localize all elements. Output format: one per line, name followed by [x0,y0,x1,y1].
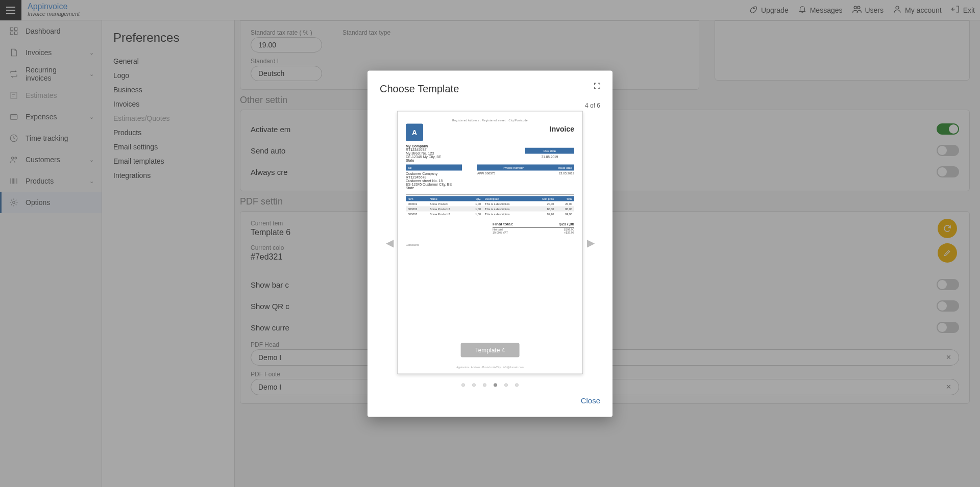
next-arrow[interactable]: ▶ [583,235,598,250]
close-button[interactable]: Close [380,396,600,404]
fullscreen-icon[interactable] [593,82,601,92]
template-badge: Template 4 [461,343,520,357]
dot-1[interactable] [461,383,465,387]
template-preview[interactable]: Registered Address : Registered street :… [397,111,583,374]
dot-3[interactable] [483,383,486,387]
choose-template-modal: Choose Template 4 of 6 ◀ Registered Addr… [368,70,612,417]
preview-logo: A [406,123,423,141]
modal-counter: 4 of 6 [380,101,600,109]
dot-6[interactable] [515,383,519,387]
dot-4[interactable] [494,383,497,387]
modal-title: Choose Template [380,83,600,94]
preview-company: My Company [406,144,574,147]
dot-2[interactable] [472,383,476,387]
dot-5[interactable] [504,383,508,387]
preview-topmeta: Registered Address : Registered street :… [406,118,574,121]
prev-arrow[interactable]: ◀ [382,235,397,250]
preview-doc-title: Invoice [406,124,574,133]
gallery-dots [380,383,600,387]
